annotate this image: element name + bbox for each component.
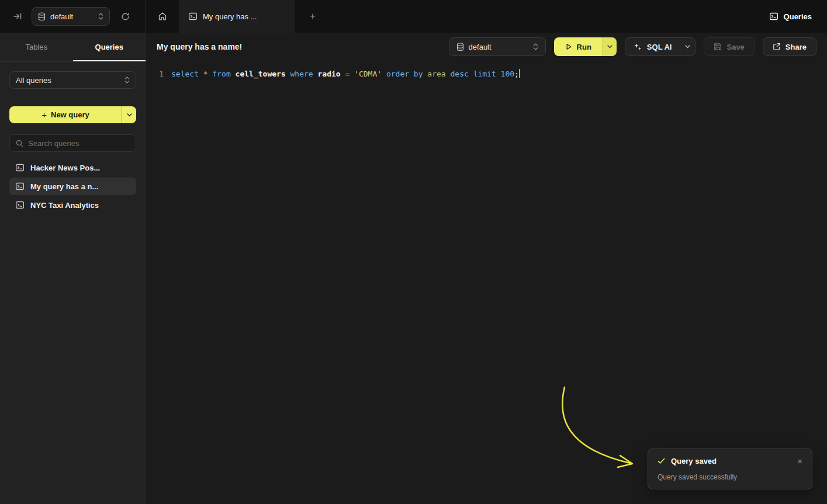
all-queries-select-value: All queries [16, 76, 51, 85]
query-icon [769, 12, 778, 21]
sql-ai-label: SQL AI [647, 43, 672, 51]
toast-title: Query saved [671, 457, 717, 465]
refresh-button[interactable] [118, 9, 132, 23]
page-title: My query has a name! [157, 42, 242, 51]
all-queries-select[interactable]: All queries [9, 71, 136, 89]
sidebar-content: All queries + New query [0, 62, 146, 224]
search-icon [16, 140, 23, 147]
new-query-label: New query [51, 110, 89, 119]
database-icon [456, 43, 464, 51]
sql-token: * [203, 69, 213, 78]
query-list-item[interactable]: NYC Taxi Analytics [9, 196, 136, 214]
main-panel: My query has a name! default [146, 33, 827, 504]
home-icon [158, 12, 167, 21]
query-item-label: My query has a n... [30, 182, 98, 191]
sql-ai-split-button: SQL AI [625, 37, 696, 56]
query-item-label: Hacker News Pos... [30, 164, 100, 172]
sql-token: = [345, 69, 354, 78]
run-label: Run [577, 43, 591, 51]
queries-indicator[interactable]: Queries [769, 12, 812, 21]
collapse-sidebar-button[interactable] [11, 9, 25, 23]
text-cursor [519, 69, 520, 78]
tab-label: My query has ... [203, 12, 257, 21]
topbar-left: default [0, 0, 146, 33]
chevron-down-icon [685, 45, 690, 48]
sql-editor[interactable]: 1 select * from cell_towers where radio … [146, 61, 827, 504]
database-select-value: default [50, 12, 73, 21]
toolbar: default Run [449, 37, 816, 56]
tab-queries-label: Queries [95, 43, 123, 51]
query-list: Hacker News Pos... My query has a n... N… [9, 159, 136, 215]
sql-token: from [212, 69, 235, 78]
run-split-button: Run [554, 37, 617, 56]
sidebar: Tables Queries All queries + New query [0, 33, 146, 504]
sql-token: where [290, 69, 318, 78]
chevron-down-icon [127, 113, 132, 117]
code-line: 1 select * from cell_towers where radio … [157, 68, 827, 80]
sql-token: cell_towers [236, 69, 290, 78]
sql-ai-dropdown-button[interactable] [680, 38, 695, 55]
run-dropdown-button[interactable] [603, 37, 617, 56]
tab-tables[interactable]: Tables [0, 33, 73, 61]
toast-query-saved: Query saved × Query saved successfully [648, 449, 812, 489]
play-icon [565, 43, 572, 50]
query-list-item[interactable]: Hacker News Pos... [9, 159, 136, 176]
collapse-sidebar-icon [13, 12, 22, 21]
updown-chevron-icon [533, 43, 538, 51]
new-tab-button[interactable]: + [305, 9, 320, 24]
database-select[interactable]: default [32, 7, 110, 26]
query-list-item[interactable]: My query has a n... [9, 178, 136, 195]
run-button[interactable]: Run [554, 37, 603, 56]
database-icon [38, 12, 46, 21]
chevron-down-icon [607, 45, 613, 48]
sql-token: area [427, 69, 450, 78]
line-number: 1 [157, 68, 164, 80]
share-button[interactable]: Share [763, 37, 816, 56]
toast-message: Query saved successfully [658, 473, 802, 481]
tab-my-query[interactable]: My query has ... [179, 0, 295, 33]
new-query-button[interactable]: + New query [9, 106, 122, 123]
tab-queries[interactable]: Queries [73, 33, 146, 61]
tab-tables-label: Tables [25, 43, 47, 51]
save-icon [714, 43, 722, 51]
toolbar-database-select[interactable]: default [449, 37, 546, 56]
sql-token: desc limit [451, 69, 501, 78]
check-icon [658, 458, 665, 464]
sql-code: select * from cell_towers where radio = … [171, 68, 520, 80]
tab-strip: My query has ... + Queries [146, 0, 827, 33]
plus-icon: + [310, 11, 316, 22]
share-icon [773, 43, 781, 51]
sql-token: ; [514, 69, 519, 78]
save-label: Save [726, 43, 744, 51]
sparkle-icon [634, 43, 642, 51]
search-box[interactable] [9, 134, 136, 152]
query-icon [15, 200, 25, 210]
refresh-icon [121, 12, 130, 21]
queries-indicator-label: Queries [784, 12, 812, 21]
sql-token: 100 [501, 69, 514, 78]
sql-token: radio [317, 69, 345, 78]
sql-token: 'CDMA' [354, 69, 386, 78]
sql-token: order by [386, 69, 427, 78]
sql-ai-button[interactable]: SQL AI [625, 38, 680, 55]
home-button[interactable] [155, 9, 169, 23]
new-query-dropdown-button[interactable] [122, 106, 136, 123]
share-label: Share [786, 43, 807, 51]
save-button[interactable]: Save [704, 37, 754, 56]
new-query-split-button: + New query [9, 106, 136, 123]
query-header: My query has a name! default [146, 33, 827, 61]
toast-close-button[interactable]: × [797, 457, 802, 465]
toast-header: Query saved × [658, 457, 802, 465]
app-root: default [0, 0, 827, 504]
query-icon [188, 12, 198, 21]
plus-icon: + [41, 110, 47, 120]
sql-token: select [171, 69, 203, 78]
search-input[interactable] [28, 139, 130, 148]
topbar: default [0, 0, 827, 33]
body: Tables Queries All queries + New query [0, 33, 827, 504]
updown-chevron-icon [124, 76, 130, 84]
toolbar-database-select-value: default [469, 43, 492, 51]
sidebar-tabs: Tables Queries [0, 33, 146, 62]
query-item-label: NYC Taxi Analytics [30, 201, 99, 210]
query-icon [15, 182, 25, 191]
